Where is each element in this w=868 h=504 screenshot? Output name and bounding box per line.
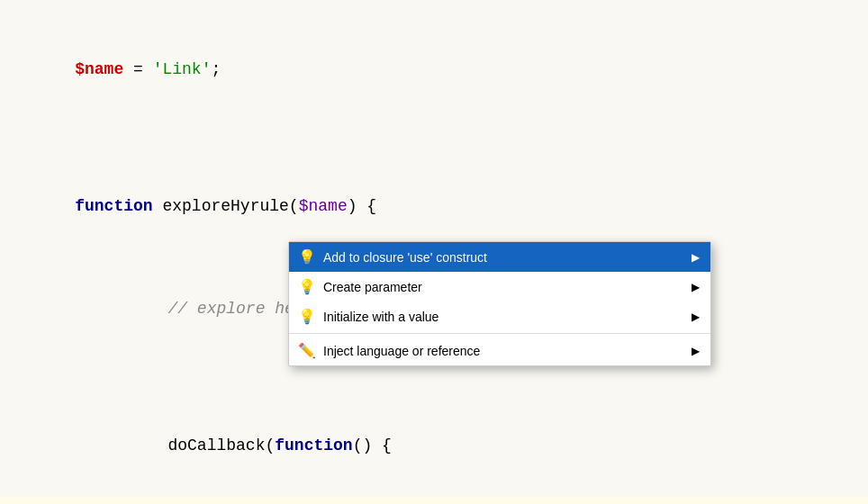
- menu-divider: [289, 333, 710, 334]
- bulb-icon-closure: 💡: [298, 248, 318, 266]
- menu-item-add-closure[interactable]: 💡 Add to closure 'use' construct ▶: [289, 242, 710, 272]
- bulb-icon-init: 💡: [298, 308, 318, 325]
- arrow-icon-closure: ▶: [692, 251, 700, 264]
- arrow-icon-init: ▶: [692, 310, 700, 323]
- menu-label-add-closure: Add to closure 'use' construct: [323, 250, 692, 265]
- code-line-2: [36, 121, 832, 155]
- var-name: $name: [75, 60, 123, 78]
- pencil-icon-inject: ✏️: [298, 342, 318, 359]
- menu-label-initialize: Initialize with a value: [323, 310, 692, 324]
- menu-item-inject[interactable]: ✏️ Inject language or reference ▶: [289, 336, 710, 365]
- code-editor: $name = 'Link'; function exploreHyrule($…: [0, 0, 868, 504]
- code-line-6: doCallback(function() {: [36, 394, 832, 497]
- menu-label-inject: Inject language or reference: [323, 344, 692, 358]
- arrow-icon-param: ▶: [692, 281, 700, 293]
- code-line-1: $name = 'Link';: [36, 18, 832, 121]
- arrow-icon-inject: ▶: [692, 345, 700, 357]
- context-menu: 💡 Add to closure 'use' construct ▶ 💡 Cre…: [288, 241, 711, 366]
- menu-label-create-param: Create parameter: [323, 280, 692, 294]
- menu-item-initialize[interactable]: 💡 Initialize with a value ▶: [289, 302, 710, 331]
- bulb-icon-param: 💡: [298, 278, 318, 295]
- menu-item-create-param[interactable]: 💡 Create parameter ▶: [289, 272, 710, 302]
- code-line-7: 💡 echo "$name is exploring Hyrule";: [0, 497, 868, 504]
